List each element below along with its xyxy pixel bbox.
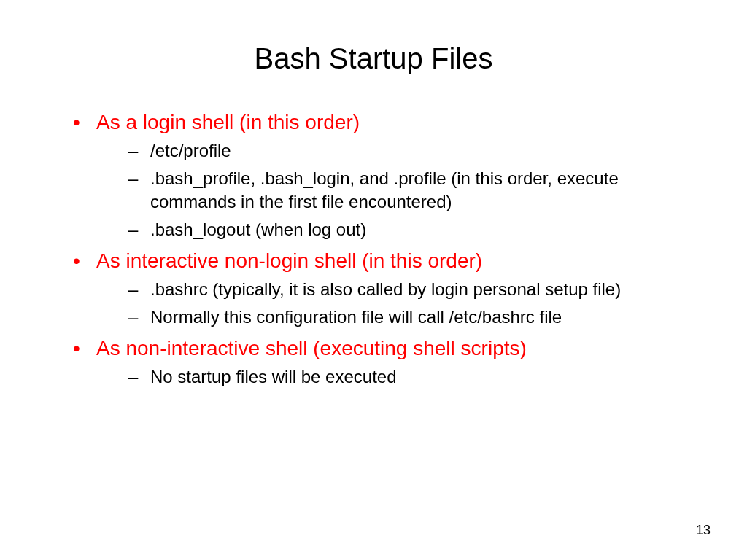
- bullet-icon: •: [73, 249, 96, 273]
- dash-icon: –: [128, 278, 150, 301]
- list-item-text: .bashrc (typically, it is also called by…: [150, 278, 621, 301]
- slide-content: • As a login shell (in this order) – /et…: [66, 110, 681, 389]
- list-item: – .bash_logout (when log out): [128, 218, 681, 241]
- list-item: – .bashrc (typically, it is also called …: [128, 278, 681, 301]
- list-item-text: .bash_profile, .bash_login, and .profile…: [150, 167, 681, 214]
- dash-icon: –: [128, 167, 150, 190]
- page-number: 13: [696, 523, 711, 538]
- list-item: – Normally this configuration file will …: [128, 306, 681, 329]
- list-item: – /etc/profile: [128, 139, 681, 163]
- slide-title: Bash Startup Files: [66, 42, 681, 75]
- section-heading-text: As interactive non-login shell (in this …: [96, 249, 482, 273]
- section-heading-text: As non-interactive shell (executing shel…: [96, 336, 527, 361]
- section-heading-item: • As a login shell (in this order): [73, 110, 681, 135]
- dash-icon: –: [128, 365, 150, 389]
- bullet-icon: •: [73, 336, 96, 361]
- list-item: – No startup files will be executed: [128, 365, 681, 389]
- section-1: • As interactive non-login shell (in thi…: [73, 249, 681, 329]
- list-item-text: /etc/profile: [150, 139, 231, 163]
- section-2: • As non-interactive shell (executing sh…: [73, 336, 681, 389]
- list-item-text: .bash_logout (when log out): [150, 218, 366, 241]
- dash-icon: –: [128, 139, 150, 163]
- section-2-items: – No startup files will be executed: [73, 365, 681, 389]
- section-0-items: – /etc/profile – .bash_profile, .bash_lo…: [73, 139, 681, 241]
- bullet-icon: •: [73, 110, 96, 135]
- slide-container: Bash Startup Files • As a login shell (i…: [0, 0, 747, 560]
- dash-icon: –: [128, 218, 150, 241]
- list-item-text: Normally this configuration file will ca…: [150, 306, 562, 329]
- section-0: • As a login shell (in this order) – /et…: [73, 110, 681, 241]
- section-heading-item: • As non-interactive shell (executing sh…: [73, 336, 681, 361]
- section-heading-text: As a login shell (in this order): [96, 110, 360, 135]
- dash-icon: –: [128, 306, 150, 329]
- list-item: – .bash_profile, .bash_login, and .profi…: [128, 167, 681, 214]
- section-heading-item: • As interactive non-login shell (in thi…: [73, 249, 681, 273]
- list-item-text: No startup files will be executed: [150, 365, 397, 389]
- section-1-items: – .bashrc (typically, it is also called …: [73, 278, 681, 329]
